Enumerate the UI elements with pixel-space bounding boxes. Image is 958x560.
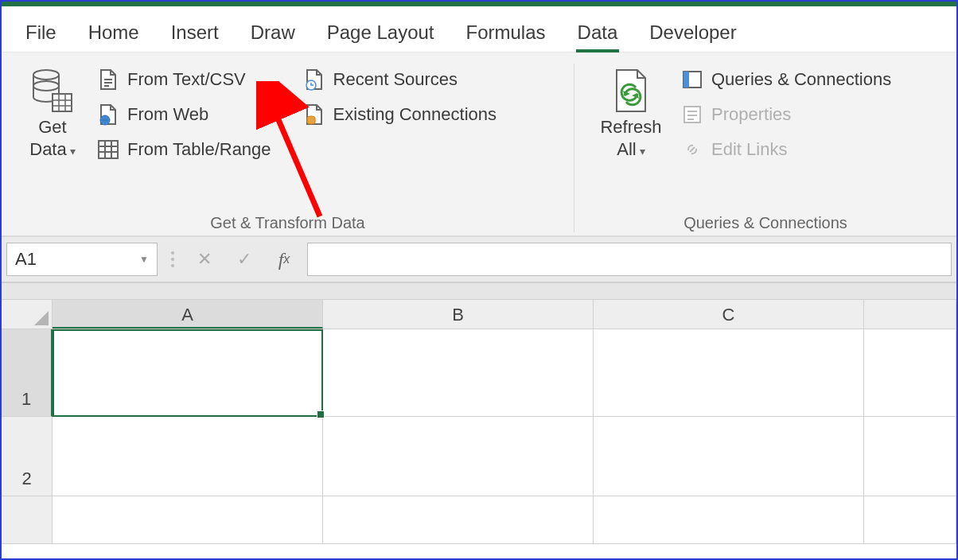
name-box-value: A1: [15, 249, 37, 270]
cell-d2[interactable]: [864, 417, 956, 496]
refresh-all-button[interactable]: Refresh All▾: [587, 64, 675, 160]
existing-connections-button[interactable]: Existing Connections: [302, 102, 498, 127]
tab-file[interactable]: File: [10, 17, 72, 52]
column-header-a[interactable]: A: [53, 300, 323, 329]
row-1: 1: [2, 329, 956, 417]
cell-d3[interactable]: [864, 496, 956, 544]
svg-point-1: [33, 81, 59, 91]
tab-page-layout[interactable]: Page Layout: [311, 17, 450, 52]
worksheet-grid[interactable]: A B C 1 2: [2, 299, 956, 544]
ribbon-group-queries-connections: Refresh All▾ Queries & Connections Prope…: [574, 64, 956, 232]
from-text-csv-button[interactable]: From Text/CSV: [95, 67, 273, 92]
column-header-c[interactable]: C: [594, 300, 864, 329]
link-icon: [681, 138, 703, 161]
tab-home[interactable]: Home: [72, 17, 155, 52]
formula-input[interactable]: [307, 243, 952, 276]
group-label-queries-connections: Queries & Connections: [587, 211, 944, 232]
cancel-formula-button: ✕: [188, 243, 221, 276]
refresh-icon: [609, 67, 653, 116]
file-database-icon: [303, 103, 325, 126]
edit-links-label: Edit Links: [711, 139, 787, 160]
chevron-down-icon: ▾: [640, 145, 645, 158]
ribbon-group-get-transform: Get Data▾ From Text/CSV From Web: [2, 64, 574, 232]
queries-connections-button[interactable]: Queries & Connections: [680, 67, 893, 92]
recent-sources-label: Recent Sources: [333, 69, 458, 90]
row-header-2[interactable]: 2: [2, 417, 53, 496]
from-table-range-label: From Table/Range: [127, 139, 271, 160]
cell-a3[interactable]: [53, 496, 323, 544]
cell-c1[interactable]: [594, 329, 864, 417]
table-icon: [97, 138, 119, 161]
enter-formula-button: ✓: [228, 243, 261, 276]
recent-sources-button[interactable]: Recent Sources: [302, 67, 498, 92]
database-icon: [30, 67, 75, 116]
sheet-gap: [2, 283, 956, 299]
from-table-range-button[interactable]: From Table/Range: [95, 137, 273, 162]
queries-connections-label: Queries & Connections: [711, 69, 891, 90]
edit-links-button: Edit Links: [680, 137, 893, 162]
cell-b1[interactable]: [323, 329, 594, 417]
tab-draw[interactable]: Draw: [235, 17, 311, 52]
tab-data[interactable]: Data: [562, 17, 634, 52]
get-data-label: Get Data▾: [29, 116, 75, 160]
cell-c2[interactable]: [594, 417, 864, 496]
ribbon: Get Data▾ From Text/CSV From Web: [2, 52, 956, 237]
tab-formulas[interactable]: Formulas: [450, 17, 562, 52]
from-web-button[interactable]: From Web: [95, 102, 273, 127]
column-header-b[interactable]: B: [323, 300, 594, 329]
row-2: 2: [2, 417, 956, 496]
cell-d1[interactable]: [864, 329, 956, 417]
row-header-1[interactable]: 1: [2, 329, 53, 417]
row-header-3[interactable]: [2, 496, 53, 544]
properties-button: Properties: [680, 102, 893, 127]
ribbon-tabs: File Home Insert Draw Page Layout Formul…: [2, 6, 956, 52]
svg-point-0: [33, 70, 59, 80]
svg-rect-19: [683, 72, 689, 88]
group-label-get-transform: Get & Transform Data: [14, 211, 561, 232]
tab-insert[interactable]: Insert: [155, 17, 235, 52]
svg-line-24: [690, 147, 695, 152]
cell-a2[interactable]: [53, 417, 323, 496]
select-all-corner[interactable]: [2, 300, 53, 329]
insert-function-button[interactable]: fx: [267, 243, 301, 276]
panel-icon: [681, 68, 703, 91]
get-data-button[interactable]: Get Data▾: [14, 64, 91, 160]
refresh-all-label: Refresh All▾: [600, 116, 661, 160]
file-globe-icon: [97, 103, 119, 126]
formula-bar: A1 ▼ ✕ ✓ fx: [2, 237, 956, 283]
svg-rect-2: [53, 94, 72, 111]
chevron-down-icon[interactable]: ▼: [139, 254, 149, 265]
cell-c3[interactable]: [594, 496, 864, 544]
cell-b2[interactable]: [323, 417, 594, 496]
file-clock-icon: [303, 68, 325, 91]
tab-developer[interactable]: Developer: [633, 17, 752, 52]
file-text-icon: [97, 68, 119, 91]
existing-connections-label: Existing Connections: [333, 104, 497, 125]
chevron-down-icon: ▾: [70, 145, 76, 158]
cell-b3[interactable]: [323, 496, 594, 544]
svg-rect-11: [99, 141, 118, 158]
column-headers: A B C: [2, 299, 956, 329]
from-text-csv-label: From Text/CSV: [127, 69, 246, 90]
drag-handle-icon[interactable]: [164, 251, 181, 267]
row-3: [2, 496, 956, 544]
column-header-d[interactable]: [864, 300, 956, 329]
properties-label: Properties: [711, 104, 791, 125]
name-box[interactable]: A1 ▼: [6, 243, 158, 276]
from-web-label: From Web: [127, 104, 208, 125]
cell-a1[interactable]: [53, 329, 323, 417]
properties-icon: [681, 103, 703, 126]
